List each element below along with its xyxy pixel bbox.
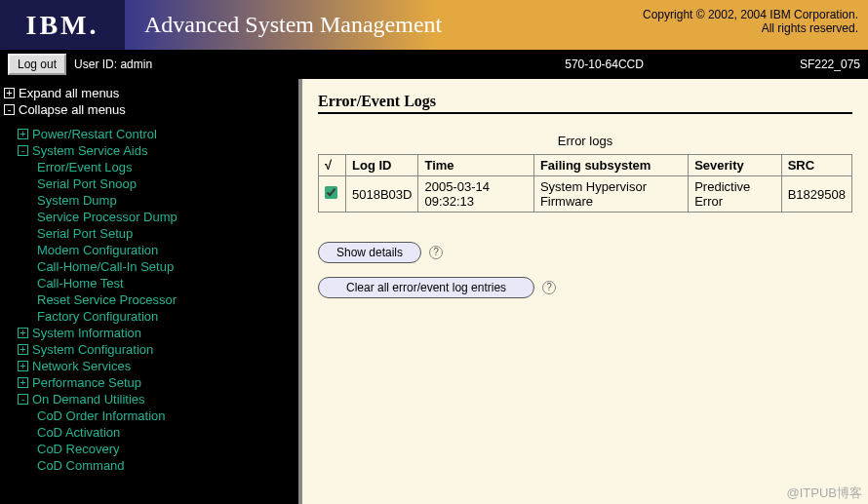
firmware-version: SF222_075	[800, 58, 860, 71]
machine-id: 570-10-64CCD	[565, 58, 644, 71]
cell-severity: Predictive Error	[689, 176, 782, 213]
nav-item-power-restart-control[interactable]: +Power/Restart Control	[4, 126, 298, 142]
nav-item-label: CoD Recovery	[37, 442, 120, 456]
app-header: IBM. Advanced System Management Copyrigh…	[0, 0, 868, 50]
row-checkbox[interactable]	[325, 186, 337, 199]
cell-time: 2005-03-14 09:32:13	[418, 176, 533, 213]
nav-item-label: Factory Configuration	[37, 309, 158, 324]
nav-item-serial-port-snoop[interactable]: Serial Port Snoop	[4, 175, 298, 192]
nav-item-system-dump[interactable]: System Dump	[4, 192, 298, 209]
table-header-row: √ Log ID Time Failing subsystem Severity…	[319, 155, 852, 176]
col-check: √	[319, 155, 346, 176]
nav-item-cod-recovery[interactable]: CoD Recovery	[4, 441, 298, 457]
nav-item-system-service-aids[interactable]: -System Service Aids	[4, 142, 298, 159]
nav-item-factory-configuration[interactable]: Factory Configuration	[4, 308, 298, 325]
nav-item-label: Power/Restart Control	[32, 127, 157, 141]
plus-icon: +	[4, 88, 15, 98]
nav-item-label: System Dump	[37, 193, 117, 208]
app-title: Advanced System Management	[125, 12, 442, 38]
minus-icon: -	[4, 104, 15, 115]
nav-item-label: Call-Home Test	[37, 276, 124, 291]
nav-item-label: System Information	[32, 326, 141, 340]
nav-item-label: Modem Configuration	[37, 243, 158, 257]
plus-icon: +	[18, 129, 28, 139]
nav-item-cod-command[interactable]: CoD Command	[4, 457, 298, 474]
expand-all-menus[interactable]: + Expand all menus	[4, 85, 298, 101]
plus-icon: +	[18, 344, 28, 355]
show-details-button[interactable]: Show details	[318, 242, 421, 263]
col-log-id: Log ID	[346, 155, 418, 176]
user-bar: Log out User ID: admin 570-10-64CCD SF22…	[0, 50, 868, 79]
nav-item-system-information[interactable]: +System Information	[4, 325, 298, 341]
plus-icon: +	[18, 377, 28, 388]
help-icon[interactable]: ?	[542, 281, 556, 294]
nav-item-label: System Configuration	[32, 342, 153, 357]
cell-log_id: 5018B03D	[346, 176, 418, 213]
nav-item-label: Call-Home/Call-In Setup	[37, 259, 174, 274]
user-id-label: User ID: admin	[74, 58, 152, 71]
nav-item-label: Error/Event Logs	[37, 160, 133, 174]
main-area: + Expand all menus - Collapse all menus …	[0, 79, 868, 504]
nav-item-label: Network Services	[32, 359, 131, 373]
nav-item-label: Service Processor Dump	[37, 210, 178, 224]
col-time: Time	[418, 155, 533, 176]
table-row: 5018B03D2005-03-14 09:32:13System Hyperv…	[319, 176, 852, 213]
watermark: @ITPUB博客	[787, 485, 862, 502]
nav-item-service-processor-dump[interactable]: Service Processor Dump	[4, 209, 298, 225]
cell-failing: System Hypervisor Firmware	[533, 176, 688, 213]
nav-item-label: CoD Order Information	[37, 408, 166, 423]
nav-item-reset-service-processor[interactable]: Reset Service Processor	[4, 291, 298, 308]
copyright-line1: Copyright © 2002, 2004 IBM Corporation.	[643, 8, 858, 21]
nav-item-on-demand-utilities[interactable]: -On Demand Utilities	[4, 391, 298, 407]
collapse-all-menus[interactable]: - Collapse all menus	[4, 101, 298, 118]
logo-area: IBM.	[0, 0, 125, 50]
nav-item-label: CoD Command	[37, 458, 125, 473]
ibm-logo: IBM.	[26, 16, 99, 35]
nav-item-call-home-test[interactable]: Call-Home Test	[4, 275, 298, 291]
minus-icon: -	[18, 145, 28, 156]
nav-item-label: Serial Port Snoop	[37, 176, 137, 191]
plus-icon: +	[18, 361, 28, 371]
logout-button[interactable]: Log out	[8, 54, 66, 75]
nav-item-serial-port-setup[interactable]: Serial Port Setup	[4, 225, 298, 242]
cell-src: B1829508	[781, 176, 851, 213]
page-title: Error/Event Logs	[318, 93, 852, 114]
plus-icon: +	[18, 328, 28, 338]
nav-item-call-home-call-in-setup[interactable]: Call-Home/Call-In Setup	[4, 258, 298, 275]
nav-item-modem-configuration[interactable]: Modem Configuration	[4, 242, 298, 258]
clear-logs-button[interactable]: Clear all error/event log entries	[318, 277, 534, 298]
minus-icon: -	[18, 394, 28, 405]
nav-item-system-configuration[interactable]: +System Configuration	[4, 341, 298, 358]
col-failing: Failing subsystem	[533, 155, 688, 176]
nav-item-error-event-logs[interactable]: Error/Event Logs	[4, 159, 298, 175]
error-log-table: √ Log ID Time Failing subsystem Severity…	[318, 154, 852, 213]
nav-item-label: On Demand Utilities	[32, 392, 145, 407]
nav-item-performance-setup[interactable]: +Performance Setup	[4, 374, 298, 391]
col-severity: Severity	[689, 155, 782, 176]
nav-item-cod-order-information[interactable]: CoD Order Information	[4, 407, 298, 424]
nav-item-label: Reset Service Processor	[37, 292, 177, 307]
content-area: Error/Event Logs Error logs √ Log ID Tim…	[302, 79, 868, 504]
nav-item-network-services[interactable]: +Network Services	[4, 358, 298, 374]
copyright-line2: All rights reserved.	[643, 21, 858, 35]
nav-item-cod-activation[interactable]: CoD Activation	[4, 424, 298, 441]
col-src: SRC	[781, 155, 851, 176]
nav-item-label: Performance Setup	[32, 375, 141, 390]
section-title: Error logs	[318, 134, 852, 148]
nav-item-label: CoD Activation	[37, 425, 120, 440]
help-icon[interactable]: ?	[429, 246, 443, 259]
nav-item-label: System Service Aids	[32, 143, 148, 158]
nav-sidebar[interactable]: + Expand all menus - Collapse all menus …	[0, 79, 302, 504]
nav-item-label: Serial Port Setup	[37, 226, 133, 241]
copyright: Copyright © 2002, 2004 IBM Corporation. …	[643, 8, 858, 35]
